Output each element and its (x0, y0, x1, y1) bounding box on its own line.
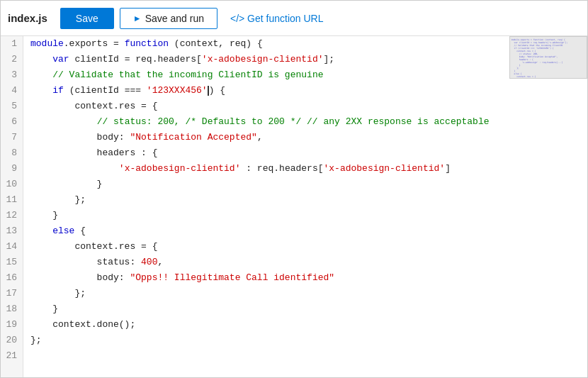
get-function-url-button[interactable]: </> Get function URL (223, 9, 331, 28)
line-number: 8 (1, 145, 23, 161)
code-body[interactable]: module.exports = function (context, req)… (23, 36, 587, 378)
line-number: 9 (1, 161, 23, 177)
code-line: context.done(); (30, 317, 587, 333)
line-number: 4 (1, 83, 23, 99)
line-number: 21 (1, 348, 23, 364)
code-line: headers : { (30, 145, 587, 161)
line-number: 6 (1, 114, 23, 130)
play-icon: ► (133, 13, 142, 23)
line-number: 17 (1, 286, 23, 301)
line-number: 3 (1, 67, 23, 83)
line-number: 19 (1, 317, 23, 333)
code-line: } (30, 301, 587, 317)
line-number: 5 (1, 99, 23, 114)
save-and-run-button[interactable]: ► Save and run (120, 8, 217, 29)
code-container: 123456789101112131415161718192021 module… (1, 36, 587, 378)
line-number: 15 (1, 255, 23, 270)
code-line: context.res = { (30, 99, 587, 114)
file-title: index.js (8, 12, 47, 24)
code-line: // Validate that the incoming ClientID i… (30, 67, 587, 83)
line-number: 18 (1, 301, 23, 317)
line-number: 12 (1, 208, 23, 223)
code-line: } (30, 208, 587, 223)
code-line: status: 400, (30, 255, 587, 270)
save-button[interactable]: Save (60, 8, 114, 29)
line-number: 16 (1, 270, 23, 286)
line-number: 14 (1, 239, 23, 255)
code-line: body: "Notification Accepted", (30, 130, 587, 145)
line-number: 10 (1, 177, 23, 192)
line-number: 2 (1, 52, 23, 67)
code-line: else { (30, 223, 587, 239)
mini-thumbnail: module.exports = function (context, req)… (509, 36, 587, 79)
line-number: 13 (1, 223, 23, 239)
code-line: body: "Opps!! Illegitimate Call identifi… (30, 270, 587, 286)
code-line: } (30, 177, 587, 192)
code-line: context.res = { (30, 239, 587, 255)
code-line: }; (30, 286, 587, 301)
code-line: var clientId = req.headers['x-adobesign-… (30, 52, 587, 67)
code-line: }; (30, 333, 587, 348)
line-number: 7 (1, 130, 23, 145)
toolbar: index.js Save ► Save and run </> Get fun… (1, 1, 587, 36)
line-numbers: 123456789101112131415161718192021 (1, 36, 23, 378)
line-number: 11 (1, 192, 23, 208)
code-line: 'x-adobesign-clientid' : req.headers['x-… (30, 161, 587, 177)
code-line: // status: 200, /* Defaults to 200 */ //… (30, 114, 587, 130)
code-line: }; (30, 192, 587, 208)
code-line: if (clientId === '123XXX456') { (30, 83, 587, 99)
code-line: module.exports = function (context, req)… (30, 36, 587, 52)
line-number: 20 (1, 333, 23, 348)
line-number: 1 (1, 36, 23, 52)
